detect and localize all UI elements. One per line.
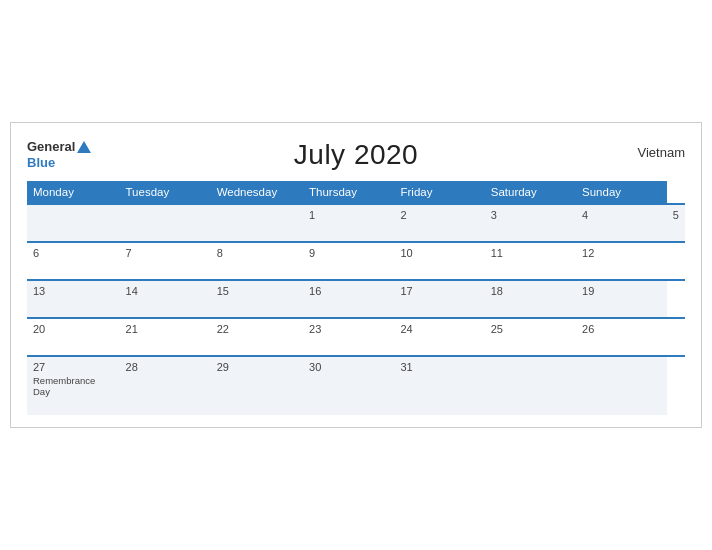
- day-number: 1: [309, 209, 388, 221]
- day-number: 29: [217, 361, 297, 373]
- day-number: 13: [33, 285, 114, 297]
- calendar-cell: 2: [394, 204, 484, 242]
- logo-general-text: General: [27, 139, 75, 155]
- calendar-cell: 14: [120, 280, 211, 318]
- day-number: 28: [126, 361, 205, 373]
- calendar-cell: 13: [27, 280, 120, 318]
- weekday-header: Sunday: [576, 181, 667, 204]
- calendar-cell: 6: [27, 242, 120, 280]
- day-number: 27: [33, 361, 114, 373]
- calendar-cell: 20: [27, 318, 120, 356]
- day-number: 4: [582, 209, 661, 221]
- day-number: 17: [400, 285, 478, 297]
- calendar-cell: 9: [303, 242, 394, 280]
- calendar-header-row: MondayTuesdayWednesdayThursdayFridaySatu…: [27, 181, 685, 204]
- calendar-cell: 22: [211, 318, 303, 356]
- calendar-cell: 8: [211, 242, 303, 280]
- calendar-cell: 29: [211, 356, 303, 415]
- calendar-country: Vietnam: [638, 145, 685, 160]
- weekday-header: Tuesday: [120, 181, 211, 204]
- calendar-cell: [576, 356, 667, 415]
- day-number: 30: [309, 361, 388, 373]
- day-number: 12: [582, 247, 661, 259]
- calendar-cell: 3: [485, 204, 576, 242]
- day-number: 20: [33, 323, 114, 335]
- calendar-cell: 17: [394, 280, 484, 318]
- weekday-header: Friday: [394, 181, 484, 204]
- calendar-cell: 12: [576, 242, 667, 280]
- calendar-cell: 7: [120, 242, 211, 280]
- calendar-cell: 25: [485, 318, 576, 356]
- day-number: 11: [491, 247, 570, 259]
- calendar-cell: [211, 204, 303, 242]
- logo: General Blue: [27, 139, 91, 170]
- day-number: 8: [217, 247, 297, 259]
- day-number: 23: [309, 323, 388, 335]
- calendar-week-row: 27Remembrance Day28293031: [27, 356, 685, 415]
- calendar-header: General Blue July 2020 Vietnam: [27, 139, 685, 170]
- day-number: 3: [491, 209, 570, 221]
- day-number: 5: [673, 209, 679, 221]
- calendar-container: General Blue July 2020 Vietnam MondayTue…: [10, 122, 702, 427]
- calendar-cell: 28: [120, 356, 211, 415]
- calendar-cell: 21: [120, 318, 211, 356]
- calendar-week-row: 12345: [27, 204, 685, 242]
- calendar-cell: 11: [485, 242, 576, 280]
- weekday-header: Thursday: [303, 181, 394, 204]
- calendar-cell: 23: [303, 318, 394, 356]
- calendar-week-row: 6789101112: [27, 242, 685, 280]
- day-number: 24: [400, 323, 478, 335]
- calendar-cell: 27Remembrance Day: [27, 356, 120, 415]
- day-number: 10: [400, 247, 478, 259]
- weekday-header: Saturday: [485, 181, 576, 204]
- day-number: 25: [491, 323, 570, 335]
- day-number: 15: [217, 285, 297, 297]
- logo-blue-text: Blue: [27, 155, 55, 171]
- day-number: 14: [126, 285, 205, 297]
- calendar-week-row: 20212223242526: [27, 318, 685, 356]
- calendar-week-row: 13141516171819: [27, 280, 685, 318]
- calendar-cell: 15: [211, 280, 303, 318]
- logo-triangle-icon: [77, 141, 91, 153]
- day-number: 19: [582, 285, 661, 297]
- calendar-cell: 26: [576, 318, 667, 356]
- calendar-cell: 16: [303, 280, 394, 318]
- calendar-cell: 24: [394, 318, 484, 356]
- calendar-cell: 5: [667, 204, 685, 242]
- calendar-cell: 18: [485, 280, 576, 318]
- calendar-cell: 10: [394, 242, 484, 280]
- calendar-cell: [120, 204, 211, 242]
- day-event: Remembrance Day: [33, 375, 114, 397]
- weekday-header: Monday: [27, 181, 120, 204]
- day-number: 26: [582, 323, 661, 335]
- calendar-cell: 19: [576, 280, 667, 318]
- day-number: 2: [400, 209, 478, 221]
- day-number: 6: [33, 247, 114, 259]
- weekday-header: Wednesday: [211, 181, 303, 204]
- calendar-cell: [485, 356, 576, 415]
- calendar-cell: 1: [303, 204, 394, 242]
- day-number: 7: [126, 247, 205, 259]
- calendar-cell: 31: [394, 356, 484, 415]
- day-number: 21: [126, 323, 205, 335]
- calendar-cell: 4: [576, 204, 667, 242]
- day-number: 18: [491, 285, 570, 297]
- day-number: 22: [217, 323, 297, 335]
- calendar-cell: 30: [303, 356, 394, 415]
- calendar-title: July 2020: [294, 139, 418, 171]
- day-number: 9: [309, 247, 388, 259]
- day-number: 16: [309, 285, 388, 297]
- day-number: 31: [400, 361, 478, 373]
- calendar-cell: [27, 204, 120, 242]
- calendar-grid: MondayTuesdayWednesdayThursdayFridaySatu…: [27, 181, 685, 415]
- calendar-body: 1234567891011121314151617181920212223242…: [27, 204, 685, 415]
